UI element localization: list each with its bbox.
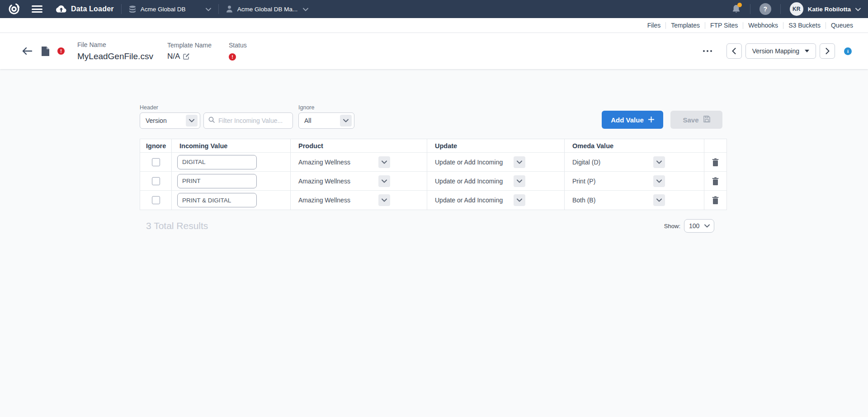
top-navbar: Data Loader Acme Global DB: [0, 0, 868, 18]
page-size-group: Show: 100: [664, 219, 714, 233]
app-title: Data Loader: [71, 5, 114, 13]
ignore-filter-group: Ignore All: [298, 104, 354, 129]
incoming-value-input[interactable]: [177, 155, 257, 169]
template-name-value: N/A: [167, 52, 180, 61]
plus-icon: [648, 116, 654, 124]
incoming-value-input[interactable]: [177, 174, 257, 188]
product-select[interactable]: Amazing Wellness: [297, 175, 390, 187]
header-filter-group: Header Version: [140, 104, 200, 129]
header-actions: Version Mapping i: [700, 43, 852, 59]
edit-template-button[interactable]: [183, 53, 190, 60]
info-icon[interactable]: i: [844, 47, 852, 55]
product-select-value: Amazing Wellness: [297, 197, 350, 204]
add-value-button[interactable]: Add Value: [602, 111, 663, 129]
divider: [121, 4, 122, 14]
file-context-selector[interactable]: Acme Global DB Ma...: [226, 5, 308, 13]
file-error-icon: !: [57, 47, 65, 55]
chevron-down-icon: [702, 221, 712, 231]
hamburger-menu-icon[interactable]: [32, 5, 42, 13]
update-select-value: Update or Add Incoming: [434, 159, 503, 166]
product-select-value: Amazing Wellness: [297, 159, 350, 166]
table-footer: 3 Total Results Show: 100: [140, 219, 727, 233]
notifications-button[interactable]: [731, 4, 741, 14]
update-select[interactable]: Update or Add Incoming: [434, 175, 525, 187]
update-select[interactable]: Update or Add Incoming: [434, 156, 525, 168]
product-select-value: Amazing Wellness: [297, 178, 350, 185]
divider: [750, 4, 750, 14]
omeda-value-select-value: Print (P): [571, 178, 595, 185]
cloud-upload-icon: [56, 5, 66, 13]
search-icon: [208, 117, 215, 125]
chevron-down-icon: [340, 115, 352, 127]
nav-link-s3-buckets[interactable]: S3 Buckets: [783, 22, 826, 29]
product-select[interactable]: Amazing Wellness: [297, 194, 390, 206]
toolbar-buttons: Add Value Save: [602, 111, 722, 129]
chevron-down-icon: [514, 194, 525, 206]
product-select[interactable]: Amazing Wellness: [297, 156, 390, 168]
add-value-label: Add Value: [611, 116, 644, 124]
ignore-checkbox[interactable]: [152, 196, 160, 204]
chevron-down-icon: [303, 5, 308, 13]
mapping-selector-value: Version Mapping: [752, 47, 799, 55]
nav-link-templates[interactable]: Templates: [665, 22, 705, 29]
help-button[interactable]: ?: [760, 3, 771, 15]
update-select[interactable]: Update or Add Incoming: [434, 194, 525, 206]
secondary-navbar: Files Templates FTP Sites Webhooks S3 Bu…: [0, 18, 868, 33]
update-select-value: Update or Add Incoming: [434, 178, 503, 185]
page-size-select[interactable]: 100: [684, 219, 714, 233]
divider: [780, 4, 781, 14]
next-mapping-button[interactable]: [820, 43, 835, 59]
omeda-value-select[interactable]: Digital (D): [571, 156, 665, 168]
previous-mapping-button[interactable]: [726, 43, 742, 59]
topbar-right-cluster: ? KR Katie Robilotta: [731, 2, 861, 16]
column-header-actions: [704, 139, 726, 153]
save-label: Save: [683, 116, 698, 124]
chevron-down-icon: [653, 156, 665, 168]
ignore-checkbox[interactable]: [152, 177, 160, 185]
database-selector[interactable]: Acme Global DB: [129, 5, 211, 13]
more-options-button[interactable]: [700, 47, 715, 55]
chevron-down-icon: [378, 194, 390, 206]
header-filter-select[interactable]: Version: [140, 112, 200, 129]
table-row: Amazing Wellness Update or Add Incoming …: [140, 172, 726, 191]
table-header-row: Ignore Incoming Value Product Update Ome…: [140, 139, 726, 153]
save-icon: [703, 116, 710, 124]
incoming-value-filter-input[interactable]: [218, 117, 288, 124]
omeda-logo-icon[interactable]: [7, 2, 21, 16]
save-button[interactable]: Save: [670, 111, 722, 129]
ignore-checkbox[interactable]: [152, 158, 160, 166]
update-select-value: Update or Add Incoming: [434, 197, 503, 204]
table-row: Amazing Wellness Update or Add Incoming …: [140, 153, 726, 172]
page-size-label: Show:: [664, 223, 680, 230]
status-error-icon[interactable]: !: [229, 53, 236, 61]
chevron-down-icon: [378, 175, 390, 187]
avatar: KR: [790, 2, 803, 16]
chevron-down-icon: [186, 115, 198, 127]
delete-row-button[interactable]: [710, 156, 721, 168]
mapping-selector[interactable]: Version Mapping: [745, 43, 816, 59]
app-identity: Data Loader: [56, 5, 114, 13]
mapping-table: Ignore Incoming Value Product Update Ome…: [140, 139, 727, 210]
ignore-filter-select[interactable]: All: [298, 112, 354, 129]
delete-row-button[interactable]: [710, 175, 721, 187]
chevron-down-icon: [206, 5, 211, 13]
template-name-group: Template Name N/A: [167, 42, 229, 61]
incoming-value-input[interactable]: [177, 193, 257, 207]
column-header-product: Product: [291, 139, 427, 153]
file-context-selector-value: Acme Global DB Ma...: [237, 6, 298, 13]
trash-icon: [712, 196, 719, 204]
page-size-value: 100: [689, 222, 699, 230]
user-menu[interactable]: KR Katie Robilotta: [790, 2, 861, 16]
nav-link-queues[interactable]: Queues: [826, 22, 858, 29]
omeda-value-select-value: Both (B): [571, 197, 595, 204]
omeda-value-select[interactable]: Print (P): [571, 175, 665, 187]
nav-link-ftp-sites[interactable]: FTP Sites: [705, 22, 743, 29]
header-filter-value: Version: [146, 117, 167, 124]
back-button[interactable]: [22, 47, 33, 56]
nav-link-webhooks[interactable]: Webhooks: [743, 22, 783, 29]
nav-link-files[interactable]: Files: [642, 22, 666, 29]
database-selector-value: Acme Global DB: [141, 6, 186, 13]
omeda-value-select[interactable]: Both (B): [571, 194, 665, 206]
mapping-content: Header Version Ignore: [140, 104, 727, 233]
delete-row-button[interactable]: [710, 194, 721, 206]
